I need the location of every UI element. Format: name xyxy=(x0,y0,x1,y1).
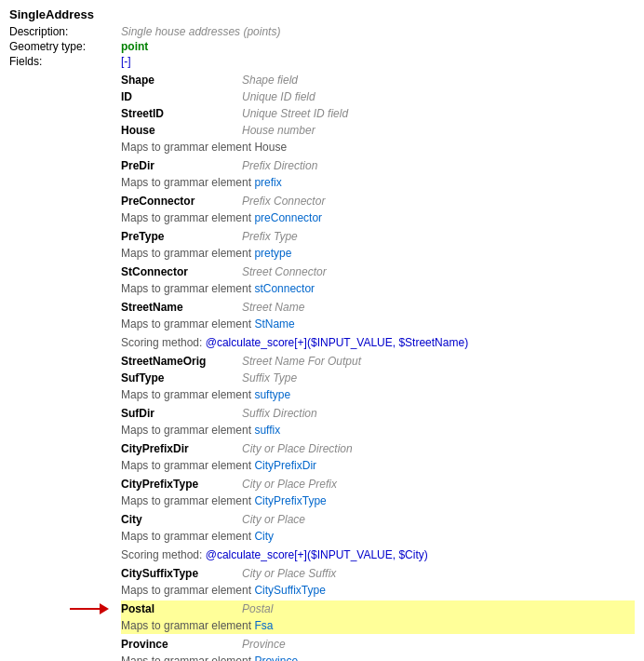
field-block-streetid: StreetIDUnique Street ID field xyxy=(121,105,635,122)
maps-link-province[interactable]: Province xyxy=(254,654,298,661)
field-block-pretype: PreTypePrefix TypeMaps to grammar elemen… xyxy=(121,228,635,262)
maps-link-cityprefixdir[interactable]: CityPrefixDir xyxy=(254,459,316,472)
field-name-suftype: SufType xyxy=(121,370,242,386)
field-name-city: City xyxy=(121,511,242,528)
field-name-pretype: PreType xyxy=(121,228,242,245)
field-block-streetnameoriginal: StreetNameOrigStreet Name For Output xyxy=(121,353,635,370)
fields-label: Fields: xyxy=(9,55,121,661)
field-desc-cityprefixtype: City or Place Prefix xyxy=(242,476,337,492)
maps-link-suftype[interactable]: suftype xyxy=(254,388,290,401)
maps-row-sufdir: Maps to grammar element suffix xyxy=(121,422,635,438)
maps-row-pretype: Maps to grammar element pretype xyxy=(121,245,635,262)
field-block-suftype: SufTypeSuffix TypeMaps to grammar elemen… xyxy=(121,370,635,403)
field-row-streetid: StreetIDUnique Street ID field xyxy=(121,105,635,122)
maps-link-sufdir[interactable]: suffix xyxy=(254,424,280,437)
field-name-citysuffixtype: CitySuffixType xyxy=(121,565,242,582)
description-label: Description: xyxy=(9,25,121,38)
field-desc-province: Province xyxy=(242,636,286,653)
field-row-preconnector: PreConnectorPrefix Connector xyxy=(121,193,635,209)
maps-link-postal[interactable]: Fsa xyxy=(254,619,273,632)
field-block-shape: ShapeShape field xyxy=(121,72,635,88)
field-block-streetname: StreetNameStreet NameMaps to grammar ele… xyxy=(121,299,635,351)
field-desc-pretype: Prefix Type xyxy=(242,228,298,245)
maps-row-stconnector: Maps to grammar element stConnector xyxy=(121,280,635,297)
toggle-button[interactable]: [-] xyxy=(121,55,131,68)
field-row-streetnameoriginal: StreetNameOrigStreet Name For Output xyxy=(121,353,635,370)
description-value: Single house addresses (points) xyxy=(121,25,280,38)
field-row-city: CityCity or Place xyxy=(121,511,635,528)
field-row-province: ProvinceProvince xyxy=(121,636,635,653)
field-block-predir: PreDirPrefix DirectionMaps to grammar el… xyxy=(121,157,635,191)
maps-link-city[interactable]: City xyxy=(254,530,274,543)
field-block-sufdir: SufDirSuffix DirectionMaps to grammar el… xyxy=(121,405,635,438)
field-desc-house: House number xyxy=(242,122,315,139)
field-desc-streetnameoriginal: Street Name For Output xyxy=(242,353,361,370)
maps-link-stconnector[interactable]: stConnector xyxy=(254,282,315,295)
field-row-house: HouseHouse number xyxy=(121,122,635,139)
scoring-link-streetname[interactable]: @calculate_score[+]($INPUT_VALUE, $Stree… xyxy=(206,336,468,349)
field-name-cityprefixdir: CityPrefixDir xyxy=(121,440,242,457)
description-row: Description: Single house addresses (poi… xyxy=(9,25,635,38)
maps-link-pretype[interactable]: pretype xyxy=(254,247,291,260)
maps-link-predir[interactable]: prefix xyxy=(254,176,281,189)
field-desc-preconnector: Prefix Connector xyxy=(242,193,325,209)
maps-row-predir: Maps to grammar element prefix xyxy=(121,174,635,191)
field-row-stconnector: StConnectorStreet Connector xyxy=(121,263,635,280)
maps-link-streetname[interactable]: StName xyxy=(254,317,294,330)
field-block-cityprefixdir: CityPrefixDirCity or Place DirectionMaps… xyxy=(121,440,635,474)
field-row-postal: PostalPostal xyxy=(121,600,635,617)
field-desc-stconnector: Street Connector xyxy=(242,263,327,280)
field-block-house: HouseHouse numberMaps to grammar element… xyxy=(121,122,635,155)
field-desc-city: City or Place xyxy=(242,511,305,528)
field-name-stconnector: StConnector xyxy=(121,263,242,280)
field-block-province: ProvinceProvinceMaps to grammar element … xyxy=(121,636,635,661)
field-name-preconnector: PreConnector xyxy=(121,193,242,209)
field-row-citysuffixtype: CitySuffixTypeCity or Place Suffix xyxy=(121,565,635,582)
field-row-cityprefixtype: CityPrefixTypeCity or Place Prefix xyxy=(121,476,635,492)
field-name-province: Province xyxy=(121,636,242,653)
fields-list: ShapeShape fieldIDUnique ID fieldStreetI… xyxy=(121,72,635,661)
maps-row-citysuffixtype: Maps to grammar element CitySuffixType xyxy=(121,582,635,599)
maps-row-cityprefixdir: Maps to grammar element CityPrefixDir xyxy=(121,457,635,474)
maps-link-cityprefixtype[interactable]: CityPrefixType xyxy=(254,494,326,507)
fields-content: [-] ShapeShape fieldIDUnique ID fieldStr… xyxy=(121,55,635,661)
maps-row-house: Maps to grammar element House xyxy=(121,139,635,155)
main-container: SingleAddress Description: Single house … xyxy=(0,0,644,661)
maps-row-province: Maps to grammar element Province xyxy=(121,653,635,661)
field-desc-citysuffixtype: City or Place Suffix xyxy=(242,565,336,582)
field-row-shape: ShapeShape field xyxy=(121,72,635,88)
field-name-sufdir: SufDir xyxy=(121,405,242,422)
page-title: SingleAddress xyxy=(9,7,635,21)
field-row-sufdir: SufDirSuffix Direction xyxy=(121,405,635,422)
field-desc-streetname: Street Name xyxy=(242,299,304,316)
field-name-streetid: StreetID xyxy=(121,105,242,122)
field-block-citysuffixtype: CitySuffixTypeCity or Place SuffixMaps t… xyxy=(121,565,635,599)
field-row-suftype: SufTypeSuffix Type xyxy=(121,370,635,386)
field-desc-id: Unique ID field xyxy=(242,88,315,105)
maps-row-streetname: Maps to grammar element StName xyxy=(121,316,635,332)
maps-row-preconnector: Maps to grammar element preConnector xyxy=(121,209,635,226)
maps-link-citysuffixtype[interactable]: CitySuffixType xyxy=(254,584,325,597)
field-desc-shape: Shape field xyxy=(242,72,298,88)
field-name-house: House xyxy=(121,122,242,139)
maps-link-preconnector[interactable]: preConnector xyxy=(254,211,322,224)
field-block-postal: PostalPostalMaps to grammar element Fsa xyxy=(121,600,635,634)
field-desc-sufdir: Suffix Direction xyxy=(242,405,317,422)
arrow-indicator xyxy=(70,603,109,614)
geometry-value: point xyxy=(121,40,148,53)
geometry-row: Geometry type: point xyxy=(9,40,635,53)
scoring-row-city: Scoring method: @calculate_score[+]($INP… xyxy=(121,546,635,563)
fields-section: Fields: [-] ShapeShape fieldIDUnique ID … xyxy=(9,55,635,661)
scoring-link-city[interactable]: @calculate_score[+]($INPUT_VALUE, $City) xyxy=(206,548,428,561)
maps-row-city: Maps to grammar element City xyxy=(121,528,635,545)
field-row-id: IDUnique ID field xyxy=(121,88,635,105)
field-name-postal: Postal xyxy=(121,600,242,617)
field-name-id: ID xyxy=(121,88,242,105)
field-block-cityprefixtype: CityPrefixTypeCity or Place PrefixMaps t… xyxy=(121,476,635,509)
field-name-predir: PreDir xyxy=(121,157,242,174)
maps-row-cityprefixtype: Maps to grammar element CityPrefixType xyxy=(121,492,635,509)
field-row-pretype: PreTypePrefix Type xyxy=(121,228,635,245)
field-block-stconnector: StConnectorStreet ConnectorMaps to gramm… xyxy=(121,263,635,297)
field-row-predir: PreDirPrefix Direction xyxy=(121,157,635,174)
field-desc-predir: Prefix Direction xyxy=(242,157,317,174)
